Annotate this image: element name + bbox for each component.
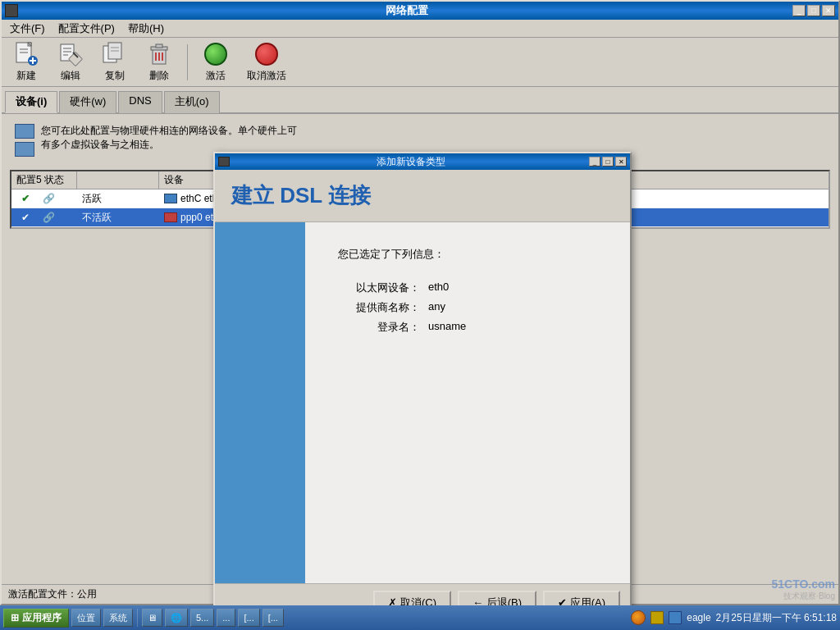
tab-dns[interactable]: DNS — [118, 91, 162, 113]
dsl-title: 建立 DSL 连接 — [215, 170, 630, 222]
activate-label: 激活 — [206, 69, 226, 83]
info-line1: 您可在此处配置与物理硬件相连的网络设备。单个硬件上可 — [41, 124, 297, 138]
col-config: 配置5 状态 — [11, 171, 77, 189]
menu-file[interactable]: 文件(F) — [3, 20, 52, 38]
dialog-controls: _ □ ✕ — [589, 157, 627, 167]
menu-config[interactable]: 配置文件(P) — [52, 20, 121, 38]
start-label: 应用程序 — [22, 611, 62, 625]
dialog-close[interactable]: ✕ — [615, 157, 627, 167]
edit-button[interactable]: 编辑 — [51, 39, 90, 85]
delete-icon — [146, 41, 172, 67]
tab-hardware[interactable]: 硬件(w) — [59, 91, 116, 113]
row1-check: ✔ 🔗 — [11, 189, 77, 208]
dialog-title: 添加新设备类型 — [233, 155, 589, 169]
close-button[interactable]: ✕ — [822, 5, 835, 16]
taskbar-item1[interactable]: 5... — [190, 609, 214, 627]
col-status — [77, 171, 159, 189]
hw-icon-1 — [15, 124, 34, 139]
edit-icon — [57, 41, 84, 67]
dialog-maximize[interactable]: □ — [602, 157, 614, 167]
field-username-value: usname — [428, 320, 466, 335]
taskbar-item4[interactable]: [... — [262, 609, 284, 627]
copy-button[interactable]: 复制 — [95, 39, 135, 85]
window-title: 网络配置 — [21, 3, 792, 18]
watermark: 51CTO.com 技术观察·Blog — [771, 578, 835, 602]
dialog-body: 您已选定了下列信息： 以太网设备： eth0 提供商名称： any 登录名： u… — [305, 222, 630, 583]
hardware-icons — [15, 124, 34, 157]
hw-icon-2 — [15, 142, 34, 157]
taskbar-sep1 — [137, 609, 138, 627]
taskbar-item3[interactable]: [... — [238, 609, 259, 627]
deactivate-button[interactable]: 取消激活 — [240, 39, 293, 85]
start-button[interactable]: ⊞ 应用程序 — [3, 609, 69, 628]
tray-datetime: 2月25日星期一下午 6:51:18 — [716, 611, 837, 625]
window-controls: _ □ ✕ — [792, 5, 835, 16]
taskbar-location[interactable]: 位置 — [71, 609, 101, 627]
edit-label: 编辑 — [61, 69, 80, 83]
start-icon: ⊞ — [11, 612, 19, 623]
field-provider: 提供商名称： any — [338, 300, 597, 315]
delete-button[interactable]: 删除 — [139, 39, 179, 85]
activate-icon — [203, 41, 229, 67]
tray-icon — [651, 611, 664, 624]
dialog-content: 您已选定了下列信息： 以太网设备： eth0 提供商名称： any 登录名： u… — [215, 222, 630, 583]
taskbar-network[interactable]: 🌐 — [165, 609, 188, 627]
info-text: 您可在此处配置与物理硬件相连的网络设备。单个硬件上可 有多个虚拟设备与之相连。 — [41, 124, 297, 152]
field-ethernet-value: eth0 — [428, 281, 449, 295]
taskbar-item2[interactable]: ... — [217, 609, 235, 627]
taskbar-tray: eagle 2月25日星期一下午 6:51:18 — [631, 610, 837, 625]
tab-host[interactable]: 主机(o) — [164, 91, 220, 113]
row2-check: ✔ 🔗 — [11, 208, 77, 226]
field-username-label: 登录名： — [338, 320, 420, 335]
dialog-minimize[interactable]: _ — [589, 157, 600, 167]
wizard-panel — [215, 222, 305, 583]
taskbar-monitor[interactable]: 🖥 — [142, 609, 162, 627]
new-icon — [13, 41, 39, 67]
add-device-dialog: 添加新设备类型 _ □ ✕ 建立 DSL 连接 您已选定了下列信息： 以太网设备… — [213, 152, 632, 623]
dialog-title-bar: 添加新设备类型 _ □ ✕ — [215, 153, 630, 170]
deactivate-icon — [253, 41, 280, 67]
minimize-button[interactable]: _ — [792, 5, 806, 16]
menu-bar: 文件(F) 配置文件(P) 帮助(H) — [2, 20, 838, 38]
activate-button[interactable]: 激活 — [196, 39, 235, 85]
tab-devices[interactable]: 设备(i) — [5, 91, 57, 113]
deactivate-label: 取消激活 — [247, 69, 286, 83]
field-ethernet: 以太网设备： eth0 — [338, 281, 597, 295]
delete-label: 删除 — [149, 69, 169, 83]
watermark-line1: 51CTO.com — [771, 578, 835, 591]
firefox-icon[interactable] — [631, 610, 646, 625]
watermark-line2: 技术观察·Blog — [771, 591, 835, 602]
copy-label: 复制 — [105, 69, 125, 83]
toolbar-separator — [187, 44, 188, 80]
toolbar: 新建 编辑 — [2, 38, 838, 87]
dialog-intro: 您已选定了下列信息： — [338, 247, 597, 262]
svg-rect-20 — [156, 44, 162, 48]
status-text: 激活配置文件：公用 — [8, 587, 97, 601]
field-provider-value: any — [428, 300, 445, 315]
info-line2: 有多个虚拟设备与之相连。 — [41, 138, 297, 152]
tray-time: 6:51:18 — [804, 612, 837, 623]
new-button[interactable]: 新建 — [7, 39, 46, 85]
menu-help[interactable]: 帮助(H) — [121, 20, 171, 38]
app-icon — [5, 4, 18, 17]
network-tray-icon — [669, 611, 682, 624]
tray-username: eagle — [687, 612, 710, 623]
copy-icon — [102, 41, 128, 67]
taskbar-system[interactable]: 系统 — [103, 609, 133, 627]
maximize-button[interactable]: □ — [807, 5, 820, 16]
tray-date: 2月25日星期一下午 — [716, 612, 801, 623]
title-bar: 网络配置 _ □ ✕ — [2, 2, 838, 20]
new-label: 新建 — [16, 69, 36, 83]
taskbar: ⊞ 应用程序 位置 系统 🖥 🌐 5... ... [... [... eagl… — [0, 605, 840, 630]
tab-bar: 设备(i) 硬件(w) DNS 主机(o) — [2, 87, 838, 114]
row2-status: 不活跃 — [77, 208, 159, 226]
field-username: 登录名： usname — [338, 320, 597, 335]
field-provider-label: 提供商名称： — [338, 300, 420, 315]
field-ethernet-label: 以太网设备： — [338, 281, 420, 295]
row1-status: 活跃 — [77, 189, 159, 208]
dialog-icon — [218, 157, 230, 167]
